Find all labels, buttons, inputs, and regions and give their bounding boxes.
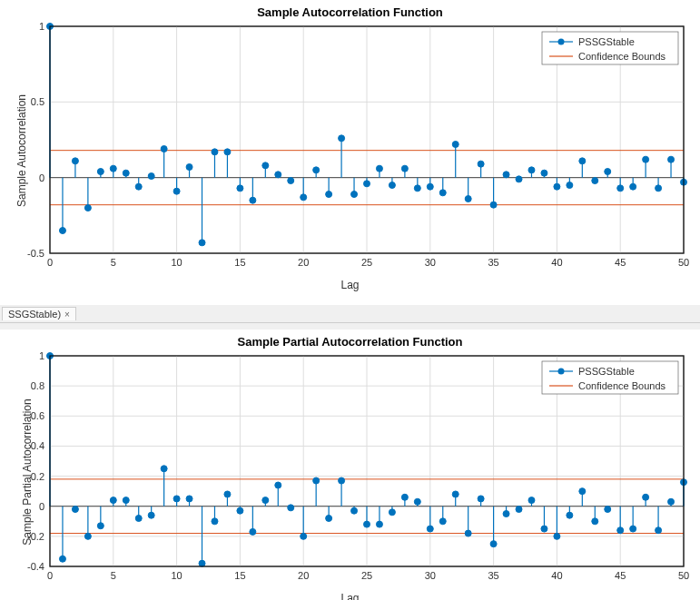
svg-point-63 [224, 149, 231, 155]
svg-text:35: 35 [488, 570, 498, 581]
svg-point-129 [643, 156, 649, 162]
svg-text:Confidence Bounds: Confidence Bounds [578, 51, 666, 62]
svg-point-256 [490, 541, 497, 547]
pacf-panel: Sample Partial Autocorrelation Function … [0, 330, 700, 600]
svg-text:40: 40 [551, 570, 562, 581]
svg-point-117 [567, 182, 573, 189]
svg-point-234 [351, 507, 358, 514]
svg-point-43 [97, 169, 104, 175]
svg-text:-0.5: -0.5 [27, 248, 44, 259]
tab-pacf[interactable]: SSGStable) × [2, 307, 76, 320]
svg-text:0: 0 [47, 570, 53, 581]
svg-point-79 [326, 192, 332, 198]
svg-point-91 [401, 165, 408, 172]
svg-text:40: 40 [551, 257, 562, 268]
svg-point-248 [439, 518, 446, 525]
svg-point-258 [503, 511, 509, 517]
svg-point-214 [224, 491, 231, 497]
svg-point-202 [148, 512, 154, 518]
svg-point-103 [478, 161, 484, 167]
svg-point-47 [123, 170, 129, 176]
pacf-ylabel: Sample Partial Autocorrelation [21, 372, 34, 572]
close-icon[interactable]: × [64, 310, 70, 320]
svg-point-206 [173, 496, 180, 502]
svg-text:50: 50 [678, 570, 689, 581]
svg-point-65 [237, 185, 243, 192]
svg-point-204 [161, 466, 167, 472]
svg-point-51 [148, 173, 154, 180]
svg-point-37 [59, 228, 65, 234]
svg-point-67 [250, 197, 256, 203]
svg-point-39 [72, 158, 78, 164]
svg-point-276 [617, 527, 624, 534]
svg-point-226 [301, 533, 307, 539]
svg-text:30: 30 [425, 257, 436, 268]
svg-point-230 [326, 515, 332, 521]
svg-point-252 [465, 530, 471, 536]
svg-point-125 [617, 185, 624, 192]
svg-point-208 [186, 496, 192, 502]
svg-point-246 [427, 526, 433, 532]
svg-point-41 [84, 205, 91, 211]
svg-point-270 [579, 488, 586, 495]
svg-text:45: 45 [615, 257, 626, 268]
acf-panel: Sample Autocorrelation Function Sample A… [0, 0, 700, 305]
svg-point-139 [558, 39, 565, 45]
svg-point-228 [313, 477, 320, 484]
svg-point-224 [288, 505, 294, 511]
svg-point-196 [110, 497, 116, 504]
svg-point-264 [541, 526, 547, 532]
svg-point-278 [630, 526, 636, 532]
svg-point-268 [567, 512, 573, 518]
acf-chart: 05101520253035404550-0.500.51PSSGStableC… [0, 19, 700, 282]
acf-title: Sample Autocorrelation Function [0, 5, 700, 19]
svg-point-280 [643, 494, 649, 500]
svg-point-105 [490, 202, 497, 208]
svg-point-133 [668, 156, 675, 162]
svg-text:50: 50 [678, 257, 689, 268]
svg-text:PSSGStable: PSSGStable [578, 36, 635, 47]
svg-text:0.5: 0.5 [31, 96, 44, 107]
svg-point-210 [199, 560, 205, 566]
svg-text:30: 30 [425, 570, 436, 581]
svg-text:15: 15 [234, 257, 245, 268]
svg-point-109 [516, 176, 522, 182]
svg-point-236 [364, 521, 370, 527]
svg-text:45: 45 [615, 570, 626, 581]
svg-text:10: 10 [171, 570, 182, 581]
svg-text:25: 25 [361, 570, 372, 581]
svg-point-216 [237, 507, 243, 514]
svg-text:0: 0 [39, 501, 44, 512]
svg-point-95 [427, 183, 433, 190]
svg-point-81 [339, 135, 345, 142]
pacf-title: Sample Partial Autocorrelation Function [0, 335, 700, 349]
svg-text:Confidence Bounds: Confidence Bounds [578, 380, 666, 391]
svg-point-85 [364, 181, 370, 187]
svg-point-242 [401, 494, 408, 500]
svg-point-262 [528, 497, 535, 504]
svg-point-254 [478, 496, 484, 502]
svg-point-260 [516, 507, 522, 513]
svg-text:5: 5 [111, 570, 116, 581]
svg-text:PSSGStable: PSSGStable [578, 366, 635, 377]
svg-point-240 [389, 509, 395, 516]
svg-point-113 [541, 170, 547, 176]
svg-text:1: 1 [39, 350, 44, 361]
svg-point-188 [59, 556, 65, 562]
svg-point-121 [592, 178, 598, 184]
svg-point-266 [554, 533, 560, 539]
svg-point-190 [72, 507, 78, 513]
svg-point-83 [351, 192, 358, 198]
svg-point-45 [110, 165, 116, 172]
svg-text:1: 1 [39, 21, 44, 32]
svg-text:20: 20 [298, 257, 309, 268]
svg-point-198 [123, 497, 129, 504]
svg-point-77 [313, 167, 320, 173]
svg-point-49 [135, 183, 142, 190]
svg-point-218 [250, 528, 256, 535]
svg-point-127 [630, 183, 636, 190]
svg-text:20: 20 [298, 570, 309, 581]
svg-point-115 [554, 183, 560, 190]
svg-point-192 [84, 533, 91, 539]
svg-point-244 [414, 498, 420, 505]
